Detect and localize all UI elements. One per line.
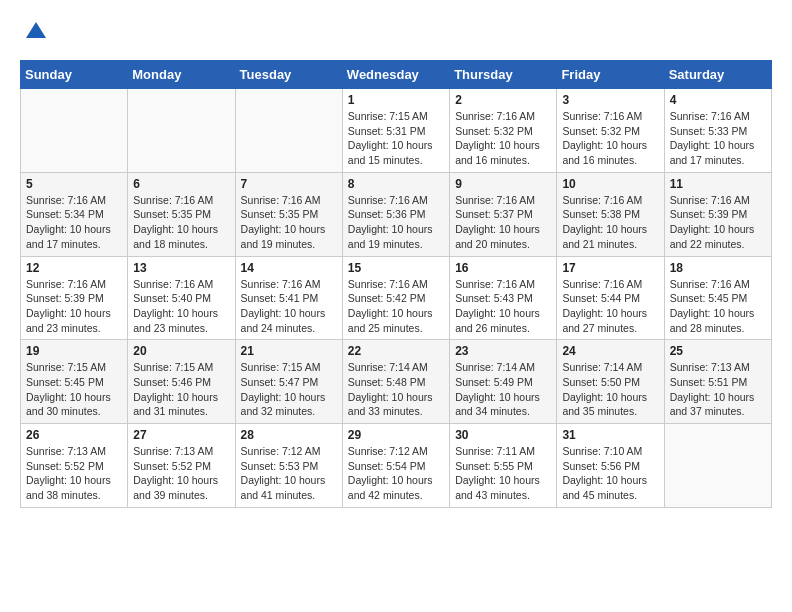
day-number: 10 — [562, 177, 658, 191]
calendar-cell: 9Sunrise: 7:16 AM Sunset: 5:37 PM Daylig… — [450, 172, 557, 256]
header-row: SundayMondayTuesdayWednesdayThursdayFrid… — [21, 61, 772, 89]
day-info: Sunrise: 7:14 AM Sunset: 5:48 PM Dayligh… — [348, 360, 444, 419]
day-number: 21 — [241, 344, 337, 358]
calendar-cell: 21Sunrise: 7:15 AM Sunset: 5:47 PM Dayli… — [235, 340, 342, 424]
day-number: 30 — [455, 428, 551, 442]
day-info: Sunrise: 7:16 AM Sunset: 5:45 PM Dayligh… — [670, 277, 766, 336]
day-info: Sunrise: 7:16 AM Sunset: 5:43 PM Dayligh… — [455, 277, 551, 336]
day-number: 9 — [455, 177, 551, 191]
week-row-3: 12Sunrise: 7:16 AM Sunset: 5:39 PM Dayli… — [21, 256, 772, 340]
calendar-cell — [235, 89, 342, 173]
calendar-cell: 6Sunrise: 7:16 AM Sunset: 5:35 PM Daylig… — [128, 172, 235, 256]
calendar-cell: 15Sunrise: 7:16 AM Sunset: 5:42 PM Dayli… — [342, 256, 449, 340]
calendar-cell: 12Sunrise: 7:16 AM Sunset: 5:39 PM Dayli… — [21, 256, 128, 340]
column-header-tuesday: Tuesday — [235, 61, 342, 89]
page-header — [20, 20, 772, 44]
logo — [20, 20, 48, 44]
week-row-2: 5Sunrise: 7:16 AM Sunset: 5:34 PM Daylig… — [21, 172, 772, 256]
day-info: Sunrise: 7:12 AM Sunset: 5:53 PM Dayligh… — [241, 444, 337, 503]
day-number: 1 — [348, 93, 444, 107]
day-number: 15 — [348, 261, 444, 275]
day-info: Sunrise: 7:16 AM Sunset: 5:37 PM Dayligh… — [455, 193, 551, 252]
day-info: Sunrise: 7:16 AM Sunset: 5:39 PM Dayligh… — [670, 193, 766, 252]
calendar-table: SundayMondayTuesdayWednesdayThursdayFrid… — [20, 60, 772, 508]
day-info: Sunrise: 7:16 AM Sunset: 5:42 PM Dayligh… — [348, 277, 444, 336]
day-number: 2 — [455, 93, 551, 107]
calendar-cell: 8Sunrise: 7:16 AM Sunset: 5:36 PM Daylig… — [342, 172, 449, 256]
day-info: Sunrise: 7:11 AM Sunset: 5:55 PM Dayligh… — [455, 444, 551, 503]
column-header-friday: Friday — [557, 61, 664, 89]
day-number: 24 — [562, 344, 658, 358]
day-info: Sunrise: 7:16 AM Sunset: 5:40 PM Dayligh… — [133, 277, 229, 336]
calendar-cell: 5Sunrise: 7:16 AM Sunset: 5:34 PM Daylig… — [21, 172, 128, 256]
calendar-cell: 3Sunrise: 7:16 AM Sunset: 5:32 PM Daylig… — [557, 89, 664, 173]
day-number: 17 — [562, 261, 658, 275]
calendar-cell: 30Sunrise: 7:11 AM Sunset: 5:55 PM Dayli… — [450, 424, 557, 508]
calendar-cell: 23Sunrise: 7:14 AM Sunset: 5:49 PM Dayli… — [450, 340, 557, 424]
day-number: 6 — [133, 177, 229, 191]
day-number: 13 — [133, 261, 229, 275]
day-info: Sunrise: 7:16 AM Sunset: 5:38 PM Dayligh… — [562, 193, 658, 252]
day-number: 16 — [455, 261, 551, 275]
day-number: 5 — [26, 177, 122, 191]
day-info: Sunrise: 7:10 AM Sunset: 5:56 PM Dayligh… — [562, 444, 658, 503]
calendar-cell: 29Sunrise: 7:12 AM Sunset: 5:54 PM Dayli… — [342, 424, 449, 508]
day-number: 11 — [670, 177, 766, 191]
day-number: 25 — [670, 344, 766, 358]
calendar-cell: 11Sunrise: 7:16 AM Sunset: 5:39 PM Dayli… — [664, 172, 771, 256]
calendar-cell: 22Sunrise: 7:14 AM Sunset: 5:48 PM Dayli… — [342, 340, 449, 424]
calendar-cell — [664, 424, 771, 508]
day-info: Sunrise: 7:15 AM Sunset: 5:45 PM Dayligh… — [26, 360, 122, 419]
column-header-wednesday: Wednesday — [342, 61, 449, 89]
day-info: Sunrise: 7:16 AM Sunset: 5:35 PM Dayligh… — [241, 193, 337, 252]
calendar-cell: 4Sunrise: 7:16 AM Sunset: 5:33 PM Daylig… — [664, 89, 771, 173]
day-info: Sunrise: 7:16 AM Sunset: 5:32 PM Dayligh… — [562, 109, 658, 168]
calendar-cell — [21, 89, 128, 173]
day-info: Sunrise: 7:16 AM Sunset: 5:32 PM Dayligh… — [455, 109, 551, 168]
svg-marker-0 — [26, 22, 46, 38]
column-header-saturday: Saturday — [664, 61, 771, 89]
calendar-cell — [128, 89, 235, 173]
day-number: 4 — [670, 93, 766, 107]
calendar-cell: 20Sunrise: 7:15 AM Sunset: 5:46 PM Dayli… — [128, 340, 235, 424]
calendar-cell: 17Sunrise: 7:16 AM Sunset: 5:44 PM Dayli… — [557, 256, 664, 340]
week-row-1: 1Sunrise: 7:15 AM Sunset: 5:31 PM Daylig… — [21, 89, 772, 173]
calendar-cell: 28Sunrise: 7:12 AM Sunset: 5:53 PM Dayli… — [235, 424, 342, 508]
logo-icon — [24, 20, 48, 44]
day-number: 26 — [26, 428, 122, 442]
calendar-cell: 10Sunrise: 7:16 AM Sunset: 5:38 PM Dayli… — [557, 172, 664, 256]
day-number: 20 — [133, 344, 229, 358]
day-number: 3 — [562, 93, 658, 107]
day-number: 14 — [241, 261, 337, 275]
day-info: Sunrise: 7:16 AM Sunset: 5:44 PM Dayligh… — [562, 277, 658, 336]
day-number: 22 — [348, 344, 444, 358]
column-header-sunday: Sunday — [21, 61, 128, 89]
day-info: Sunrise: 7:13 AM Sunset: 5:51 PM Dayligh… — [670, 360, 766, 419]
day-number: 23 — [455, 344, 551, 358]
calendar-cell: 25Sunrise: 7:13 AM Sunset: 5:51 PM Dayli… — [664, 340, 771, 424]
calendar-cell: 24Sunrise: 7:14 AM Sunset: 5:50 PM Dayli… — [557, 340, 664, 424]
day-info: Sunrise: 7:16 AM Sunset: 5:39 PM Dayligh… — [26, 277, 122, 336]
day-number: 7 — [241, 177, 337, 191]
day-number: 19 — [26, 344, 122, 358]
day-info: Sunrise: 7:16 AM Sunset: 5:34 PM Dayligh… — [26, 193, 122, 252]
calendar-cell: 2Sunrise: 7:16 AM Sunset: 5:32 PM Daylig… — [450, 89, 557, 173]
calendar-cell: 14Sunrise: 7:16 AM Sunset: 5:41 PM Dayli… — [235, 256, 342, 340]
day-info: Sunrise: 7:14 AM Sunset: 5:49 PM Dayligh… — [455, 360, 551, 419]
calendar-cell: 26Sunrise: 7:13 AM Sunset: 5:52 PM Dayli… — [21, 424, 128, 508]
day-number: 8 — [348, 177, 444, 191]
column-header-monday: Monday — [128, 61, 235, 89]
calendar-cell: 7Sunrise: 7:16 AM Sunset: 5:35 PM Daylig… — [235, 172, 342, 256]
day-info: Sunrise: 7:16 AM Sunset: 5:41 PM Dayligh… — [241, 277, 337, 336]
calendar-cell: 13Sunrise: 7:16 AM Sunset: 5:40 PM Dayli… — [128, 256, 235, 340]
week-row-4: 19Sunrise: 7:15 AM Sunset: 5:45 PM Dayli… — [21, 340, 772, 424]
calendar-cell: 31Sunrise: 7:10 AM Sunset: 5:56 PM Dayli… — [557, 424, 664, 508]
day-info: Sunrise: 7:13 AM Sunset: 5:52 PM Dayligh… — [133, 444, 229, 503]
day-number: 27 — [133, 428, 229, 442]
day-info: Sunrise: 7:16 AM Sunset: 5:35 PM Dayligh… — [133, 193, 229, 252]
day-info: Sunrise: 7:12 AM Sunset: 5:54 PM Dayligh… — [348, 444, 444, 503]
column-header-thursday: Thursday — [450, 61, 557, 89]
day-info: Sunrise: 7:16 AM Sunset: 5:33 PM Dayligh… — [670, 109, 766, 168]
day-info: Sunrise: 7:15 AM Sunset: 5:31 PM Dayligh… — [348, 109, 444, 168]
day-number: 31 — [562, 428, 658, 442]
